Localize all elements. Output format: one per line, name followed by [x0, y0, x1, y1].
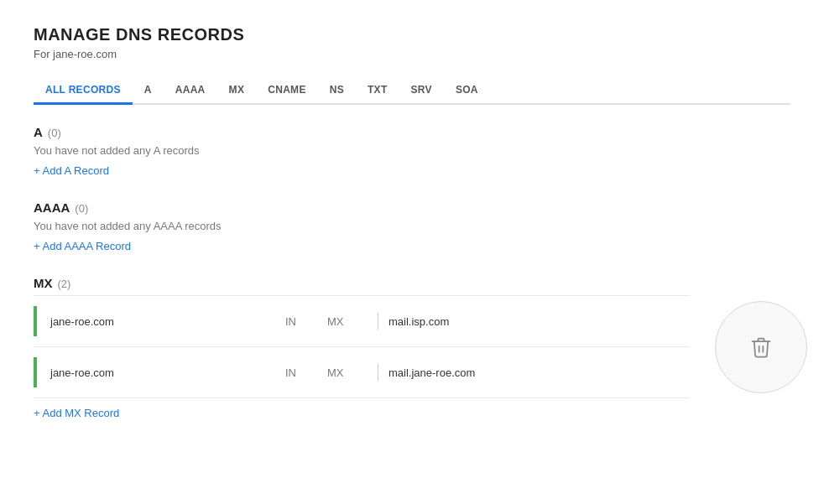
page-subtitle: For jane-roe.com: [34, 48, 790, 60]
record-name: jane-roe.com: [50, 366, 285, 379]
section-aaaa-empty: You have not added any AAAA records: [34, 220, 790, 232]
tab-soa[interactable]: SOA: [444, 77, 490, 105]
section-a-type: A: [34, 125, 43, 139]
table-row: jane-roe.com IN MX mail.isp.com: [34, 295, 690, 347]
record-value: mail.jane-roe.com: [389, 366, 690, 379]
record-border-indicator: [34, 306, 37, 336]
section-a-header: A (0): [34, 125, 790, 139]
record-value: mail.isp.com: [389, 315, 690, 328]
record-type: MX: [327, 315, 378, 328]
tab-bar: ALL RECORDS A AAAA MX CNAME NS TXT SRV S…: [34, 77, 790, 105]
tab-mx[interactable]: MX: [217, 77, 257, 105]
section-a-empty: You have not added any A records: [34, 144, 790, 157]
table-row: jane-roe.com IN MX mail.jane-roe.com: [34, 347, 690, 398]
add-aaaa-record-link[interactable]: + Add AAAA Record: [34, 240, 131, 252]
tab-all-records[interactable]: ALL RECORDS: [34, 77, 133, 105]
section-mx-type: MX: [34, 276, 53, 290]
section-a: A (0) You have not added any A records +…: [34, 125, 790, 177]
section-aaaa-type: AAAA: [34, 200, 70, 215]
tab-ns[interactable]: NS: [318, 77, 356, 105]
section-mx: MX (2) jane-roe.com IN MX mail.isp.com j…: [34, 276, 790, 419]
section-a-count: (0): [48, 127, 61, 139]
record-divider: [378, 364, 378, 381]
page-title: MANAGE DNS RECORDS: [34, 25, 790, 44]
tab-aaaa[interactable]: AAAA: [164, 77, 217, 105]
tab-txt[interactable]: TXT: [356, 77, 399, 105]
add-a-record-link[interactable]: + Add A Record: [34, 164, 109, 177]
section-mx-count: (2): [58, 278, 71, 290]
record-border-indicator: [34, 357, 37, 387]
section-aaaa-count: (0): [75, 202, 88, 215]
section-aaaa: AAAA (0) You have not added any AAAA rec…: [34, 200, 790, 252]
record-divider: [378, 313, 378, 330]
tab-srv[interactable]: SRV: [399, 77, 444, 105]
add-mx-record-link[interactable]: + Add MX Record: [34, 407, 119, 419]
tab-a[interactable]: A: [133, 77, 164, 105]
record-class: IN: [285, 315, 327, 328]
trash-icon: [749, 335, 773, 359]
tab-cname[interactable]: CNAME: [256, 77, 318, 105]
record-name: jane-roe.com: [50, 315, 285, 328]
record-class: IN: [285, 366, 327, 379]
section-aaaa-header: AAAA (0): [34, 200, 790, 215]
delete-record-button[interactable]: [715, 301, 807, 393]
section-mx-header: MX (2): [34, 276, 790, 290]
record-type: MX: [327, 366, 378, 379]
